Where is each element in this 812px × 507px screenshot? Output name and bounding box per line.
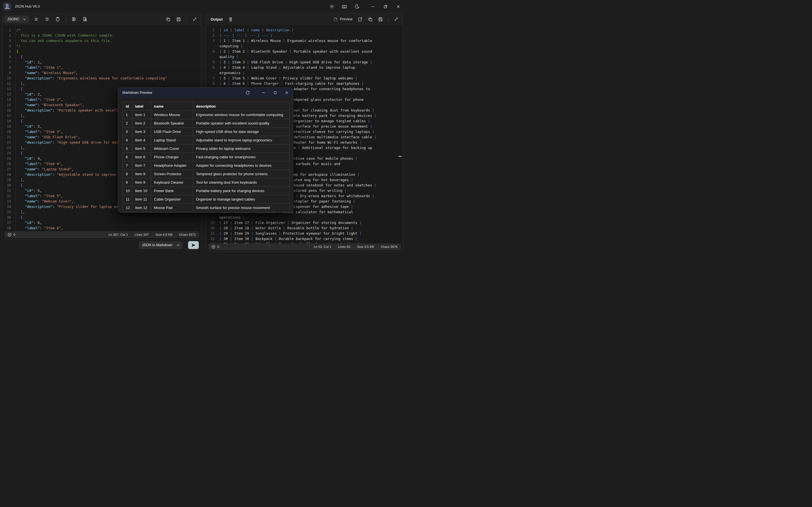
line-number: 2: [3, 33, 15, 38]
output-text: | --- | --- | --- | --- |: [216, 33, 272, 38]
output-line: 30| 28 | Item 28 | Water Bottle | Reusab…: [206, 225, 403, 231]
table-cell: 6: [123, 153, 132, 161]
theme-toggle-button[interactable]: [354, 4, 359, 9]
table-cell: Item 11: [132, 195, 151, 204]
line-number: [206, 215, 216, 220]
table-cell: 11: [123, 195, 132, 204]
document-icon: [6, 4, 9, 8]
line-number: 2: [206, 33, 216, 38]
format-button[interactable]: [34, 17, 39, 22]
app-logo-icon: JSON: [3, 3, 11, 10]
convert-button[interactable]: [188, 241, 199, 249]
minimize-icon: [262, 91, 266, 95]
line-number: 16: [3, 108, 15, 113]
output-line: 7| 5 | Item 5 | Webcam Cover | Privacy s…: [206, 75, 403, 81]
samples-button[interactable]: [71, 17, 77, 22]
table-cell: Organizer to manage tangled cables: [193, 195, 290, 204]
keyboard-button[interactable]: [342, 4, 347, 9]
line-number: 27: [3, 166, 15, 172]
language-select[interactable]: JSONC: [4, 15, 29, 23]
code-text: "id": 1,: [15, 59, 42, 65]
modal-maximize-button[interactable]: [273, 91, 277, 95]
conversion-mode-select[interactable]: JSON to Markdown: [139, 241, 183, 249]
table-cell: Power Bank: [151, 187, 193, 195]
table-row: 10Item 10Power BankPortable battery pack…: [123, 187, 290, 195]
line-number: 25: [3, 156, 15, 161]
code-line: 5[: [3, 49, 201, 54]
output-line: quality |: [206, 54, 403, 59]
char-count: Chars 3576: [381, 245, 398, 248]
code-text: "description": "Ergonomic wireless mouse…: [15, 75, 167, 81]
preview-button-label: Preview: [340, 17, 352, 21]
table-cell: Webcam Cover: [151, 145, 193, 153]
output-text: | 28 | Item 28 | Water Bottle | Reusable…: [216, 225, 353, 231]
share-output-button[interactable]: [358, 17, 363, 22]
line-number: 6: [3, 54, 15, 59]
code-text: {: [15, 54, 23, 59]
copy-input-button[interactable]: [166, 17, 170, 22]
toolbar-divider: [388, 17, 389, 22]
save-input-button[interactable]: [176, 17, 181, 22]
error-circle-icon: [211, 245, 215, 249]
toolbar-divider: [66, 17, 66, 22]
modal-title: Markdown Preview: [122, 91, 245, 95]
copy-output-button[interactable]: [368, 17, 373, 22]
table-cell: Portable battery pack for charging devic…: [193, 187, 290, 195]
line-number: [206, 70, 216, 75]
code-line: 1/*: [3, 27, 201, 33]
line-number: 21: [3, 134, 15, 140]
table-cell: Item 5: [132, 145, 151, 153]
table-cell: Tool for cleaning dust from keyboards: [193, 178, 290, 187]
output-scrollbar-thumb[interactable]: [398, 156, 402, 157]
minify-button[interactable]: [45, 17, 50, 22]
load-file-button[interactable]: [82, 17, 87, 22]
line-number: 15: [3, 102, 15, 108]
restore-button[interactable]: [384, 4, 388, 9]
table-cell: 5: [123, 145, 132, 153]
modal-close-button[interactable]: [285, 91, 289, 95]
line-number: 18: [3, 118, 15, 124]
markdown-preview-table: idlabelnamedescription 1Item 1Wireless M…: [123, 102, 290, 213]
paste-button[interactable]: [55, 17, 60, 22]
code-text: You can add comments anywhere in this fi…: [15, 38, 112, 43]
save-output-button[interactable]: [378, 17, 383, 22]
table-cell: 2: [123, 119, 132, 128]
restore-icon: [384, 4, 388, 9]
table-cell: Item 9: [132, 178, 151, 187]
output-line: operations |: [206, 215, 403, 220]
table-cell: High-speed USB drive for data storage: [193, 128, 290, 136]
line-number: 8: [3, 65, 15, 70]
minimize-button[interactable]: [371, 4, 375, 9]
line-number: 36: [3, 215, 15, 220]
close-icon: [396, 4, 400, 9]
code-text: */: [15, 43, 20, 49]
table-row: 5Item 5Webcam CoverPrivacy slider for la…: [123, 145, 290, 153]
expand-input-button[interactable]: [193, 17, 197, 21]
table-cell: 9: [123, 178, 132, 187]
error-count: 0: [217, 245, 219, 248]
table-cell: Ergonomic wireless mouse for comfortable…: [193, 111, 290, 119]
moon-icon: [354, 4, 359, 9]
send-icon: [191, 243, 196, 247]
copy-icon: [166, 17, 170, 22]
table-row: 3Item 3USB Flash DriveHigh-speed USB dri…: [123, 128, 290, 136]
output-text: ergonomics |: [216, 70, 245, 75]
line-number: 30: [3, 182, 15, 188]
preview-button[interactable]: Preview: [333, 17, 352, 22]
settings-button[interactable]: [329, 4, 335, 9]
line-number: 29: [206, 220, 216, 225]
modal-minimize-button[interactable]: [262, 91, 266, 95]
save-icon: [378, 17, 383, 22]
table-row: 1Item 1Wireless MouseErgonomic wireless …: [123, 111, 290, 119]
table-cell: Portable speaker with excellent sound qu…: [193, 119, 290, 128]
close-button[interactable]: [396, 4, 400, 9]
modal-refresh-button[interactable]: [245, 91, 250, 95]
expand-output-button[interactable]: [394, 17, 398, 21]
code-text: },: [15, 113, 25, 118]
line-number: 26: [3, 161, 15, 166]
line-number: 3: [206, 38, 216, 43]
output-line: 31| 29 | Item 29 | Sunglasses | Protecti…: [206, 231, 403, 236]
clear-output-button[interactable]: [229, 17, 233, 22]
output-line: 29| 27 | Item 27 | File Organizer | Orga…: [206, 220, 403, 225]
table-cell: Headphone Adapter: [151, 161, 193, 170]
